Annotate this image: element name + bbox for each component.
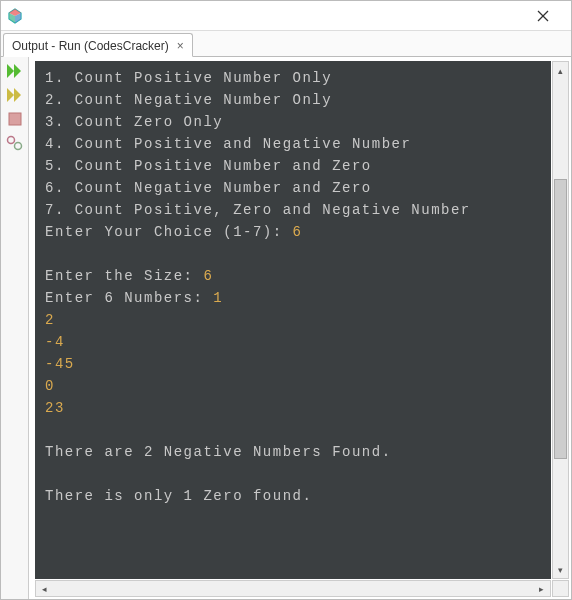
scroll-left-icon[interactable]: ◂ <box>36 581 53 596</box>
sidebar <box>1 57 29 599</box>
svg-marker-8 <box>7 88 14 102</box>
svg-marker-6 <box>7 64 14 78</box>
run-icon[interactable] <box>4 61 26 81</box>
scroll-down-icon[interactable]: ▾ <box>553 561 568 578</box>
svg-marker-7 <box>14 64 21 78</box>
svg-rect-10 <box>9 113 21 125</box>
console-panel: 1. Count Positive Number Only 2. Count N… <box>29 57 571 599</box>
vertical-scrollbar[interactable]: ▴ ▾ <box>552 61 569 579</box>
run-again-icon[interactable] <box>4 85 26 105</box>
scroll-up-icon[interactable]: ▴ <box>553 62 568 79</box>
console-output[interactable]: 1. Count Positive Number Only 2. Count N… <box>35 61 551 579</box>
tab-output-run[interactable]: Output - Run (CodesCracker) × <box>3 33 193 57</box>
svg-marker-9 <box>14 88 21 102</box>
scroll-track[interactable] <box>553 79 568 561</box>
scroll-right-icon[interactable]: ▸ <box>533 581 550 596</box>
horizontal-scrollbar[interactable]: ◂ ▸ <box>35 580 551 597</box>
tab-label: Output - Run (CodesCracker) <box>12 39 169 53</box>
scroll-corner <box>552 580 569 597</box>
stop-icon[interactable] <box>4 109 26 129</box>
tab-bar: Output - Run (CodesCracker) × <box>1 31 571 57</box>
workarea: 1. Count Positive Number Only 2. Count N… <box>1 57 571 599</box>
titlebar <box>1 1 571 31</box>
tab-close-icon[interactable]: × <box>175 39 186 53</box>
close-button[interactable] <box>523 2 563 30</box>
svg-point-11 <box>7 137 14 144</box>
app-icon <box>7 8 23 24</box>
svg-point-12 <box>14 143 21 150</box>
scroll-thumb[interactable] <box>554 179 567 459</box>
settings-icon[interactable] <box>4 133 26 153</box>
